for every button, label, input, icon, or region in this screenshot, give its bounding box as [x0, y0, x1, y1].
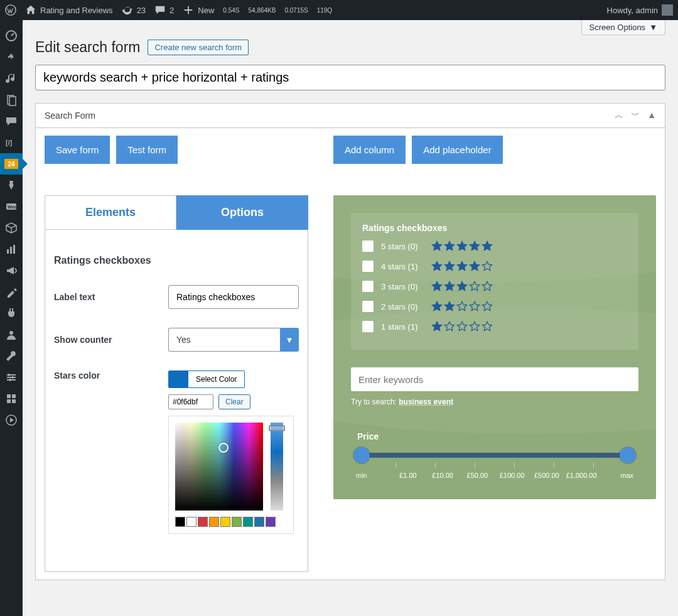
ratings-title: Ratings checkboxes	[362, 223, 627, 233]
rating-checkbox[interactable]	[362, 321, 374, 332]
star-icons	[431, 261, 493, 272]
price-max-handle[interactable]	[620, 447, 636, 463]
menu-products[interactable]	[0, 217, 23, 239]
move-up-icon[interactable]: ︿	[615, 110, 623, 121]
menu-media[interactable]	[0, 68, 23, 89]
collapse-icon[interactable]: ▲	[647, 110, 656, 121]
price-min-handle[interactable]	[353, 447, 370, 463]
suggested-keywords[interactable]: business event	[399, 397, 453, 406]
rating-row: 3 stars (0)	[362, 281, 627, 292]
palette-color[interactable]	[175, 517, 185, 527]
save-form-button[interactable]: Save form	[45, 136, 110, 164]
palette-color[interactable]	[232, 517, 242, 527]
menu-comments[interactable]	[0, 111, 23, 132]
menu-tools[interactable]	[0, 345, 23, 367]
palette-color[interactable]	[266, 517, 276, 527]
site-home[interactable]: Rating and Reviews	[25, 4, 113, 16]
svg-rect-10	[13, 245, 15, 254]
clear-color-button[interactable]: Clear	[218, 394, 250, 409]
star-icons	[431, 321, 493, 332]
price-title: Price	[351, 431, 638, 441]
price-tick-label: £1,000.00	[564, 472, 599, 479]
saturation-value-picker[interactable]	[175, 423, 263, 511]
svg-rect-13	[7, 377, 16, 378]
debug-stat-2: 0.0715S	[284, 7, 308, 14]
svg-rect-15	[8, 374, 9, 376]
move-down-icon[interactable]: ﹀	[631, 110, 640, 121]
star-icons	[431, 301, 493, 312]
price-tick-label: £10.00	[426, 472, 460, 479]
menu-code[interactable]: [/]	[0, 132, 23, 153]
star-icons	[431, 281, 493, 292]
form-title-input[interactable]	[35, 65, 665, 90]
try-to-search: Try to search: business event	[351, 397, 638, 406]
menu-active[interactable]: 24	[0, 153, 23, 175]
menu-users[interactable]	[0, 324, 23, 345]
comments[interactable]: 2	[154, 4, 174, 16]
rating-label: 1 stars (1)	[381, 322, 424, 332]
add-column-button[interactable]: Add column	[333, 136, 406, 164]
svg-point-11	[9, 331, 13, 335]
current-color-swatch	[168, 370, 188, 388]
menu-video[interactable]	[0, 409, 23, 431]
test-form-button[interactable]: Test form	[116, 136, 178, 164]
tab-elements[interactable]: Elements	[45, 195, 176, 230]
rating-checkbox[interactable]	[362, 281, 374, 292]
svg-rect-4	[9, 97, 16, 105]
menu-pin[interactable]	[0, 175, 23, 196]
keyword-search[interactable]	[351, 367, 638, 391]
debug-stat-3: 119Q	[317, 7, 332, 14]
caret-down-icon: ▼	[280, 328, 299, 352]
debug-stat-0: 0.54S	[223, 7, 239, 14]
wp-logo[interactable]	[5, 4, 16, 16]
menu-pages[interactable]	[0, 89, 23, 111]
create-new-form[interactable]: Create new search form	[148, 40, 249, 55]
svg-rect-18	[7, 394, 11, 398]
howdy[interactable]: Howdy, admin	[607, 4, 673, 16]
rating-row: 5 stars (0)	[362, 240, 627, 252]
price-tick-label: max	[599, 472, 633, 479]
svg-rect-9	[10, 247, 12, 254]
menu-plugins[interactable]	[0, 303, 23, 324]
menu-analytics[interactable]	[0, 239, 23, 260]
add-placeholder-button[interactable]: Add placeholder	[412, 136, 502, 164]
screen-options[interactable]: Screen Options ▼	[581, 20, 665, 35]
hue-slider[interactable]	[271, 423, 283, 511]
menu-marketing[interactable]	[0, 260, 23, 281]
menu-woo[interactable]: Woo	[0, 196, 23, 217]
palette-color[interactable]	[186, 517, 196, 527]
keyword-input[interactable]	[358, 374, 617, 385]
menu-grid[interactable]	[0, 388, 23, 409]
menu-settings[interactable]	[0, 367, 23, 388]
label-text-input[interactable]	[168, 285, 299, 309]
palette-color[interactable]	[198, 517, 208, 527]
price-tick-label: £1.00	[390, 472, 425, 479]
search-icon	[617, 372, 631, 386]
menu-dashboard[interactable]	[0, 25, 23, 46]
label-text-label: Label text	[54, 292, 161, 302]
rating-checkbox[interactable]	[362, 261, 374, 272]
rating-checkbox[interactable]	[362, 301, 374, 312]
color-hex-input[interactable]	[168, 394, 213, 409]
palette-color[interactable]	[254, 517, 264, 527]
rating-checkbox[interactable]	[362, 240, 374, 252]
color-picker-panel	[168, 416, 294, 534]
color-palette	[175, 517, 287, 527]
palette-color[interactable]	[243, 517, 253, 527]
select-color-button[interactable]: Select Color	[188, 370, 245, 388]
menu-appearance[interactable]	[0, 281, 23, 303]
svg-point-0	[6, 5, 16, 15]
menu-posts[interactable]	[0, 46, 23, 68]
palette-color[interactable]	[209, 517, 219, 527]
price-slider[interactable]	[356, 453, 633, 458]
rating-label: 5 stars (0)	[381, 242, 424, 251]
updates[interactable]: 23	[122, 4, 146, 16]
rating-row: 1 stars (1)	[362, 321, 627, 332]
tab-options[interactable]: Options	[176, 195, 308, 230]
debug-stat-1: 54,864KB	[248, 7, 276, 14]
price-tick-label: £500.00	[529, 472, 564, 479]
show-counter-select[interactable]: Yes ▼	[168, 328, 299, 352]
new-content[interactable]: New	[183, 4, 214, 16]
svg-text:Woo: Woo	[8, 205, 17, 209]
palette-color[interactable]	[220, 517, 230, 527]
